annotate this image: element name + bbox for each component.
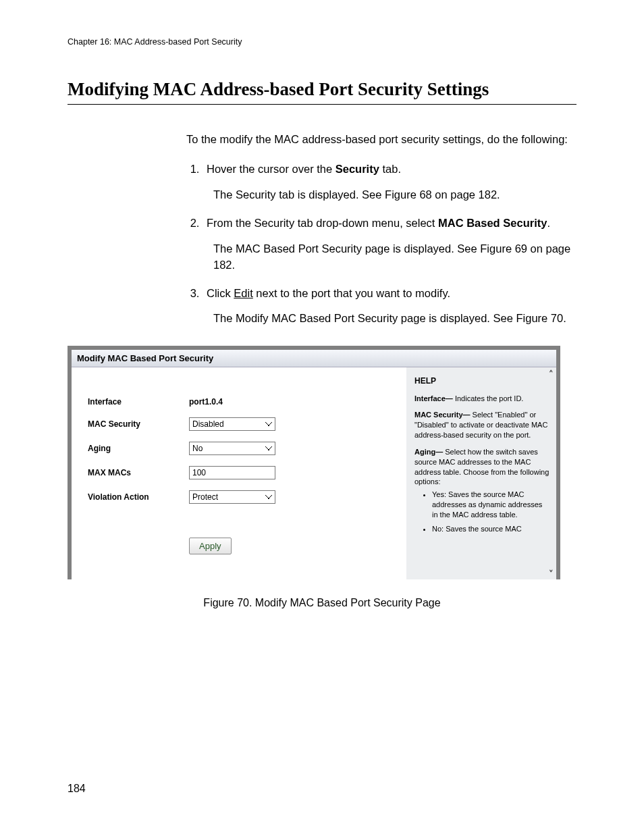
mac-security-select[interactable]: Disabled <box>189 417 275 431</box>
help-bullet-yes: Yes: Saves the source MAC addresses as d… <box>432 490 549 520</box>
step-2-post: . <box>547 217 550 229</box>
figure-caption: Figure 70. Modify MAC Based Port Securit… <box>68 597 576 609</box>
step-1: Hover the cursor over the Security tab. … <box>203 161 576 203</box>
help-bullet-no: No: Saves the source MAC <box>432 524 549 534</box>
figure-screenshot: Modify MAC Based Port Security Interface… <box>68 346 560 579</box>
step-3: Click Edit next to the port that you wan… <box>203 286 576 328</box>
step-1-after: The Security tab is displayed. See Figur… <box>213 187 576 203</box>
intro-text: To the modify the MAC address-based port… <box>186 132 576 148</box>
aging-label: Aging <box>88 444 189 453</box>
help-panel: ˄ HELP Interface— Indicates the port ID.… <box>406 367 556 579</box>
violation-action-label: Violation Action <box>88 492 189 502</box>
scroll-up-icon[interactable]: ˄ <box>545 367 556 380</box>
step-2-after: The MAC Based Port Security page is disp… <box>213 241 576 273</box>
help-interface-bold: Interface— <box>414 394 453 402</box>
apply-button[interactable]: Apply <box>189 538 232 554</box>
step-1-post: tab. <box>379 163 401 175</box>
max-macs-label: MAX MACs <box>88 468 189 477</box>
step-3-pre: Click <box>207 287 234 299</box>
chapter-header: Chapter 16: MAC Address-based Port Secur… <box>68 37 576 47</box>
step-1-bold: Security <box>336 163 379 175</box>
step-2: From the Security tab drop-down menu, se… <box>203 215 576 273</box>
aging-select[interactable]: No <box>189 442 275 455</box>
page-number: 184 <box>68 783 86 795</box>
step-3-after: The Modify MAC Based Port Security page … <box>213 311 576 327</box>
violation-action-select[interactable]: Protect <box>189 490 275 504</box>
help-interface: Interface— Indicates the port ID. <box>414 394 549 404</box>
interface-label: Interface <box>88 397 189 407</box>
step-1-pre: Hover the cursor over the <box>207 163 336 175</box>
help-mac-security-bold: MAC Security— <box>414 411 471 419</box>
scroll-down-icon[interactable]: ˅ <box>545 567 556 579</box>
step-3-post: next to the port that you want to modify… <box>253 287 450 299</box>
interface-value: port1.0.4 <box>189 397 223 407</box>
help-aging: Aging— Select how the switch saves sourc… <box>414 447 549 534</box>
mac-security-label: MAC Security <box>88 419 189 429</box>
max-macs-input[interactable]: 100 <box>189 466 275 479</box>
help-aging-bold: Aging— <box>414 448 443 456</box>
step-2-pre: From the Security tab drop-down menu, se… <box>207 217 438 229</box>
help-mac-security: MAC Security— Select "Enabled" or "Disab… <box>414 410 549 440</box>
panel-title: Modify MAC Based Port Security <box>72 350 556 367</box>
step-3-underline: Edit <box>234 287 252 299</box>
help-title: HELP <box>414 375 549 386</box>
step-2-bold: MAC Based Security <box>438 217 547 229</box>
help-interface-text: Indicates the port ID. <box>453 394 524 402</box>
section-title: Modifying MAC Address-based Port Securit… <box>68 79 576 105</box>
